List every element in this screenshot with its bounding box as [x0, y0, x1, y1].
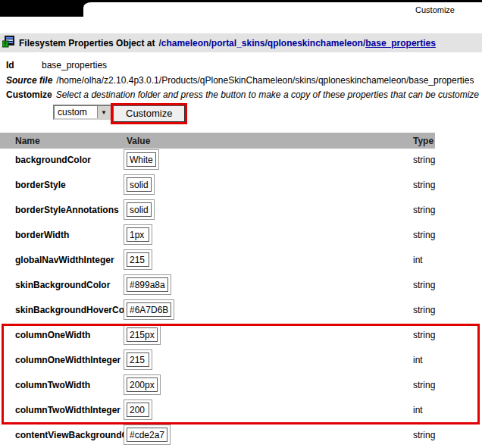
table-header: Name Value Type	[0, 133, 435, 149]
property-type: int	[413, 405, 423, 415]
property-value-field-frame: 200	[124, 399, 152, 420]
table-row: skinBackgroundHoverColor #6A7D6B string	[0, 299, 482, 324]
table-row: contentViewBackgroundColor #cde2a7 strin…	[0, 424, 482, 448]
property-type: string	[413, 155, 435, 165]
source-file-value: /home/olha/z2.10.4p3.0.1/Products/qPlone…	[56, 75, 474, 86]
path-segment-link[interactable]: chameleon	[161, 38, 209, 49]
property-name: columnTwoWidth	[15, 380, 90, 390]
table-row: borderStyleAnnotations solid string	[0, 199, 482, 224]
property-value-input[interactable]: 200	[127, 403, 149, 417]
property-name: borderWidth	[15, 230, 69, 240]
customize-hint: Select a destination folder and press th…	[56, 89, 479, 100]
property-value-field-frame: 215px	[124, 324, 161, 345]
path-segment-link[interactable]: base_properties	[365, 38, 436, 49]
property-value-field-frame: 215	[124, 349, 152, 370]
property-value-field-frame: White	[124, 149, 159, 170]
chevron-down-icon: ▼	[97, 106, 110, 118]
table-row: borderStyle solid string	[0, 174, 482, 199]
tab-customize-label: Customize	[415, 5, 455, 14]
destination-folder-value: custom	[55, 106, 97, 118]
property-value-input[interactable]: 215px	[127, 327, 158, 342]
property-name: skinBackgroundColor	[15, 280, 110, 290]
property-value-field-frame: #899a8a	[124, 274, 171, 295]
property-value-input[interactable]: #cde2a7	[127, 428, 167, 442]
property-name: columnOneWidthInteger	[15, 355, 121, 365]
property-name: columnOneWidth	[15, 330, 90, 340]
id-label: Id	[6, 60, 42, 70]
property-name: globalNavWidthInteger	[15, 255, 114, 265]
table-row: skinBackgroundColor #899a8a string	[0, 274, 482, 299]
property-value-field-frame: solid	[124, 199, 155, 220]
property-type: string	[413, 180, 435, 190]
property-name: borderStyleAnnotations	[15, 205, 119, 215]
table-row: columnOneWidth 215px string	[0, 324, 482, 349]
object-title-bar: Filesystem Properties Object at /chamele…	[0, 33, 482, 52]
property-name: backgroundColor	[15, 155, 91, 165]
tab-customize[interactable]: Customize	[83, 0, 482, 17]
table-row: columnOneWidthInteger 215 int	[0, 349, 482, 374]
property-name: columnTwoWidthInteger	[15, 405, 121, 415]
object-path: /chameleon/portal_skins/qploneskinchamel…	[158, 38, 436, 49]
property-type: string	[413, 280, 435, 290]
property-value-field-frame: 215	[124, 249, 152, 270]
property-type: int	[413, 255, 423, 265]
property-value-field-frame: 1px	[124, 224, 152, 245]
property-name: skinBackgroundHoverColor	[15, 305, 136, 315]
button-highlight-annotation: Customize	[111, 103, 187, 124]
property-value-input[interactable]: 200px	[127, 378, 158, 392]
property-value-input[interactable]: #6A7D6B	[127, 302, 171, 317]
property-value-input[interactable]: 1px	[127, 227, 149, 242]
id-row: Idbase_properties	[6, 60, 107, 70]
property-value-input[interactable]: solid	[127, 177, 152, 192]
property-value-field-frame: solid	[124, 174, 155, 195]
column-header-name: Name	[15, 136, 40, 146]
property-type: string	[413, 330, 435, 340]
page-title: Filesystem Properties Object at	[19, 38, 155, 49]
property-value-field-frame: #cde2a7	[124, 425, 171, 445]
customize-hint-row: CustomizeSelect a destination folder and…	[6, 89, 482, 100]
properties-rows: backgroundColor White string borderStyle…	[0, 149, 482, 448]
property-value-input[interactable]: White	[127, 152, 156, 167]
path-segment-link[interactable]: qploneskinchameleon	[268, 38, 363, 49]
source-file-label: Source file	[6, 75, 52, 86]
property-value-input[interactable]: 215	[127, 352, 149, 367]
source-file-row: Source file/home/olha/z2.10.4p3.0.1/Prod…	[6, 75, 474, 86]
id-value: base_properties	[42, 60, 107, 70]
property-type: string	[413, 430, 435, 440]
path-segment-link[interactable]: portal_skins	[211, 38, 265, 49]
property-value-input[interactable]: solid	[127, 202, 152, 217]
property-type: string	[413, 205, 435, 215]
customize-label: Customize	[6, 89, 52, 100]
table-row: columnTwoWidth 200px string	[0, 374, 482, 399]
property-value-input[interactable]: #899a8a	[127, 277, 168, 292]
property-type: string	[413, 380, 435, 390]
table-row: globalNavWidthInteger 215 int	[0, 249, 482, 274]
top-bar: Customize	[0, 0, 482, 17]
property-type: int	[413, 355, 423, 365]
table-row: borderWidth 1px string	[0, 224, 482, 249]
property-value-field-frame: #6A7D6B	[124, 299, 174, 320]
properties-object-icon	[2, 36, 14, 50]
property-value-input[interactable]: 215	[127, 252, 149, 267]
destination-folder-select[interactable]: custom ▼	[53, 105, 111, 120]
column-header-type: Type	[413, 136, 433, 146]
property-type: string	[413, 230, 435, 240]
property-name: borderStyle	[15, 180, 66, 190]
table-row: backgroundColor White string	[0, 149, 482, 174]
property-value-field-frame: 200px	[124, 374, 161, 395]
table-row: columnTwoWidthInteger 200 int	[0, 399, 482, 424]
property-type: string	[413, 305, 435, 315]
column-header-value: Value	[127, 136, 150, 146]
customize-button[interactable]: Customize	[113, 105, 185, 122]
